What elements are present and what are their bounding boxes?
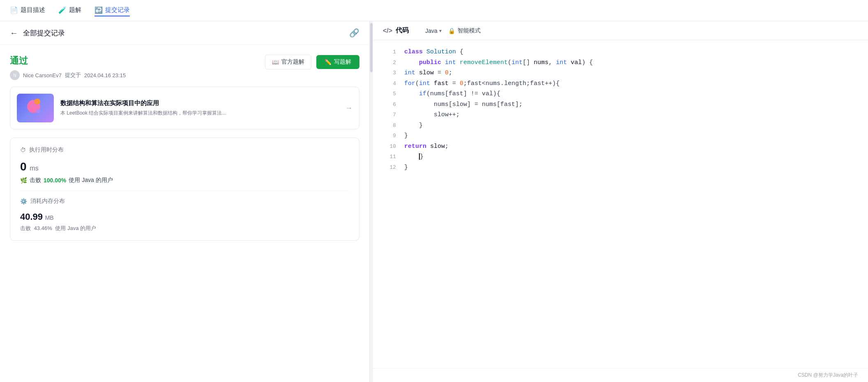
clock-icon: ⏱ bbox=[20, 147, 26, 153]
book-title: 数据结构和算法在实际项目中的应用 bbox=[60, 99, 338, 107]
code-line-6: 6 nums[slow] = nums[fast]; bbox=[373, 99, 868, 110]
smart-mode: 🔒 智能模式 bbox=[448, 27, 481, 35]
book-thumbnail bbox=[17, 94, 54, 122]
code-line-12: 12 } bbox=[373, 162, 868, 173]
code-line-3: 3 int slow = 0; bbox=[373, 68, 868, 78]
language-selector[interactable]: Java ▾ bbox=[425, 28, 442, 34]
code-line-10: 10 return slow; bbox=[373, 141, 868, 152]
back-button[interactable]: ← bbox=[10, 28, 18, 38]
memory-beat: 击败 43.46% 使用 Java 的用户 bbox=[20, 225, 349, 232]
status-badge: 通过 bbox=[10, 55, 126, 67]
memory-icon: ⚙️ bbox=[20, 198, 27, 205]
main-layout: ← 全部提交记录 🔗 通过 N Nice CarsonEv7 提交于 2024.… bbox=[0, 21, 868, 382]
status-section: 通过 N Nice CarsonEv7 提交于 2024.04.16 23:15… bbox=[0, 45, 369, 87]
lock-icon: 🔒 bbox=[448, 28, 455, 34]
memory-beat-suffix: 使用 Java 的用户 bbox=[55, 225, 96, 231]
avatar: N bbox=[10, 70, 20, 80]
link-icon[interactable]: 🔗 bbox=[349, 28, 359, 38]
beat-text: 🌿 击败 100.00% 使用 Java 的用户 bbox=[20, 177, 349, 184]
memory-beat-percent: 43.46% bbox=[34, 225, 52, 231]
memory-beat-prefix: 击败 bbox=[20, 225, 31, 231]
page-title: 全部提交记录 bbox=[23, 28, 65, 38]
code-line-11: 11 } bbox=[373, 152, 868, 162]
scroll-thumb[interactable] bbox=[370, 23, 373, 72]
solution-icon: 🧪 bbox=[58, 6, 67, 14]
left-panel: ← 全部提交记录 🔗 通过 N Nice CarsonEv7 提交于 2024.… bbox=[0, 21, 370, 382]
submitter-name: Nice CarsonEv7 bbox=[23, 72, 62, 78]
beat-suffix: 使用 Java 的用户 bbox=[69, 177, 113, 184]
time-value: 0 ms bbox=[20, 160, 349, 173]
language-label: Java bbox=[425, 28, 437, 34]
write-solution-button[interactable]: ✏️ 写题解 bbox=[316, 55, 359, 69]
beat-icon: 🌿 bbox=[20, 177, 27, 184]
book-info: 数据结构和算法在实际项目中的应用 本 LeetBook 结合实际项目案例来讲解算… bbox=[60, 99, 338, 117]
time-stats-card: ⏱ 执行用时分布 0 ms 🌿 击败 100.00% 使用 Java 的用户 ⚙… bbox=[10, 138, 359, 241]
memory-stats-title: ⚙️ 消耗内存分布 bbox=[20, 198, 349, 205]
stats-divider bbox=[20, 191, 349, 191]
time-stats-title: ⏱ 执行用时分布 bbox=[20, 146, 349, 154]
tab-solution[interactable]: 🧪 题解 bbox=[58, 5, 81, 16]
memory-unit: MB bbox=[45, 214, 54, 221]
book-card[interactable]: 数据结构和算法在实际项目中的应用 本 LeetBook 结合实际项目案例来讲解算… bbox=[10, 87, 359, 129]
official-solution-button[interactable]: 📖 官方题解 bbox=[265, 55, 311, 69]
action-buttons: 📖 官方题解 ✏️ 写题解 bbox=[265, 55, 359, 69]
book-description: 本 LeetBook 结合实际项目案例来讲解算法和数据结构，帮你学习掌握算法..… bbox=[60, 110, 338, 117]
book-arrow-icon: → bbox=[345, 104, 352, 113]
code-area: 1 class Solution { 2 public int removeEl… bbox=[373, 40, 868, 368]
code-line-7: 7 slow++; bbox=[373, 110, 868, 120]
beat-percent: 100.00% bbox=[44, 177, 66, 184]
code-line-5: 5 if(nums[fast] != val){ bbox=[373, 89, 868, 99]
footer-credit: CSDN @努力学Java的叶子 bbox=[373, 368, 868, 382]
code-line-1: 1 class Solution { bbox=[373, 47, 868, 58]
book-icon: 📖 bbox=[272, 59, 279, 65]
status-left: 通过 N Nice CarsonEv7 提交于 2024.04.16 23:15 bbox=[10, 55, 126, 80]
left-header: ← 全部提交记录 🔗 bbox=[0, 21, 369, 45]
top-nav: 📄 题目描述 🧪 题解 ↩️ 提交记录 bbox=[0, 0, 868, 21]
memory-value: 40.99 MB bbox=[20, 212, 349, 222]
submissions-icon: ↩️ bbox=[94, 6, 103, 14]
code-header: </> 代码 Java ▾ 🔒 智能模式 bbox=[373, 21, 868, 40]
code-line-2: 2 public int removeElement(int[] nums, i… bbox=[373, 58, 868, 68]
description-icon: 📄 bbox=[10, 6, 18, 14]
submit-prefix: 提交于 bbox=[65, 71, 81, 79]
dropdown-icon: ▾ bbox=[439, 28, 442, 34]
code-line-4: 4 for(int fast = 0;fast<nums.length;fast… bbox=[373, 78, 868, 89]
code-title: </> 代码 bbox=[383, 26, 409, 35]
write-icon: ✏️ bbox=[325, 59, 332, 65]
right-panel: </> 代码 Java ▾ 🔒 智能模式 1 class Solution { … bbox=[373, 21, 868, 382]
submitter-info: N Nice CarsonEv7 提交于 2024.04.16 23:15 bbox=[10, 70, 126, 80]
beat-prefix: 击败 bbox=[30, 177, 41, 184]
code-line-9: 9 } bbox=[373, 131, 868, 141]
submit-time: 2024.04.16 23:15 bbox=[84, 72, 126, 78]
code-brackets-icon: </> bbox=[383, 27, 392, 35]
tab-submissions[interactable]: ↩️ 提交记录 bbox=[94, 5, 130, 16]
time-unit: ms bbox=[30, 165, 38, 172]
code-line-8: 8 } bbox=[373, 120, 868, 131]
tab-description[interactable]: 📄 题目描述 bbox=[10, 5, 45, 16]
scroll-bar[interactable] bbox=[370, 21, 373, 382]
